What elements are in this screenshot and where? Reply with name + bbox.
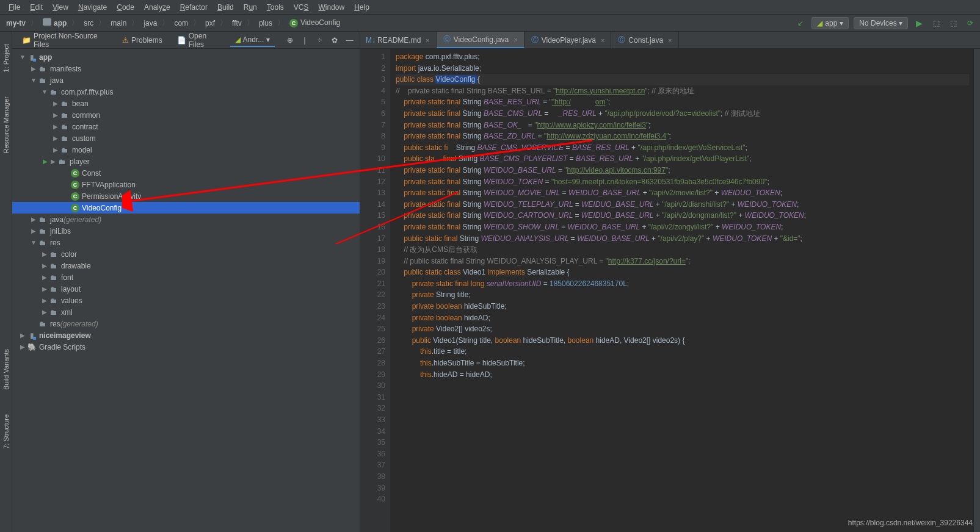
tool-window-project[interactable]: 1: Project xyxy=(2,44,10,72)
menu-file[interactable]: File xyxy=(4,2,25,13)
hide-icon[interactable]: — xyxy=(344,35,355,46)
package-icon: 🖿 xyxy=(57,157,67,167)
tab-non-source-files[interactable]: 📁Project Non-Source Files xyxy=(17,30,112,51)
editor-tab-readme[interactable]: M↓README.md× xyxy=(360,32,437,48)
folder-icon: 🖿 xyxy=(38,238,48,248)
java-class-icon: Ⓒ xyxy=(443,35,451,44)
collapse-all-icon[interactable]: ÷ xyxy=(314,35,325,46)
tab-android[interactable]: ◢Andr... ▾ xyxy=(230,34,275,47)
tree-layout[interactable]: ▶🖿layout xyxy=(12,283,360,295)
tree-bean[interactable]: ▶🖿bean xyxy=(12,98,360,109)
menu-vcs[interactable]: VCS xyxy=(289,2,314,13)
breadcrumb-fftv[interactable]: fftv xyxy=(230,18,244,29)
tree-model[interactable]: ▶🖿model xyxy=(12,144,360,156)
project-panel-header: 📁Project Non-Source Files ⚠Problems 📄Ope… xyxy=(12,32,360,49)
debug-button[interactable]: ⬚ xyxy=(930,17,942,29)
close-icon[interactable]: × xyxy=(514,36,517,43)
menu-run[interactable]: Run xyxy=(239,2,262,13)
breadcrumb-main[interactable]: main xyxy=(108,18,129,29)
gradle-icon: 🐘 xyxy=(27,342,37,352)
tree-manifests[interactable]: ▶🖿manifests xyxy=(12,63,360,74)
menu-help[interactable]: Help xyxy=(349,2,374,13)
file-icon: 📄 xyxy=(177,36,186,45)
device-selector[interactable]: No Devices ▾ xyxy=(854,17,908,29)
package-icon: 🖿 xyxy=(60,122,70,132)
tree-player[interactable]: ▶▶🖿player xyxy=(12,156,360,167)
tree-java[interactable]: ▼🖿java xyxy=(12,74,360,86)
tab-open-files[interactable]: 📄Open Files xyxy=(172,30,225,51)
editor-body[interactable]: 1234567891011121314151617181920212223242… xyxy=(360,49,980,532)
profile-button[interactable]: ⬚ xyxy=(947,17,959,29)
class-icon: C xyxy=(71,192,79,201)
tree-res-generated[interactable]: 🖿res (generated) xyxy=(12,318,360,329)
editor-tabs: M↓README.md× ⒸVideoConfig.java× ⒸVideoPl… xyxy=(360,32,980,49)
editor-area: M↓README.md× ⒸVideoConfig.java× ⒸVideoPl… xyxy=(360,32,980,532)
package-icon: 🖿 xyxy=(49,284,59,294)
tree-drawable[interactable]: ▶🖿drawable xyxy=(12,260,360,271)
tree-color[interactable]: ▶🖿color xyxy=(12,248,360,260)
editor-scrollbar[interactable] xyxy=(974,49,980,532)
menu-analyze[interactable]: Analyze xyxy=(139,2,175,13)
android-icon: ◢ xyxy=(817,19,822,27)
run-button[interactable]: ▶ xyxy=(913,17,925,29)
tree-common[interactable]: ▶🖿common xyxy=(12,109,360,121)
code-content[interactable]: package com.pxf.fftv.plus;import java.io… xyxy=(391,49,974,532)
tree-package[interactable]: ▼🖿com.pxf.fftv.plus xyxy=(12,86,360,98)
tree-videoconfig[interactable]: CVideoConfig xyxy=(12,202,360,214)
tab-problems[interactable]: ⚠Problems xyxy=(117,34,167,46)
tree-custom[interactable]: ▶🖿custom xyxy=(12,132,360,144)
class-icon: C xyxy=(71,169,79,178)
close-icon[interactable]: × xyxy=(668,37,672,44)
watermark: https://blog.csdn.net/weixin_39226344 xyxy=(848,519,973,527)
folder-icon: 🖿 xyxy=(38,76,48,85)
tree-gradle-scripts[interactable]: ▶🐘Gradle Scripts xyxy=(12,341,360,353)
menu-code[interactable]: Code xyxy=(112,2,139,13)
tree-res[interactable]: ▼🖿res xyxy=(12,237,360,248)
package-icon: 🖿 xyxy=(49,87,59,97)
close-icon[interactable]: × xyxy=(426,37,429,44)
breadcrumb-java[interactable]: java xyxy=(141,18,159,29)
tool-window-build-variants[interactable]: Build Variants xyxy=(2,349,10,390)
breadcrumb-plus[interactable]: plus xyxy=(256,18,275,29)
package-icon: 🖿 xyxy=(49,261,59,271)
menu-navigate[interactable]: Navigate xyxy=(73,2,112,13)
breadcrumb: my-tv〉 app〉 src〉 main〉 java〉 com〉 pxf〉 f… xyxy=(4,17,343,29)
breadcrumb-pxf[interactable]: pxf xyxy=(203,18,217,29)
tree-niceimageview[interactable]: ▶▮niceimageview xyxy=(12,329,360,341)
menu-edit[interactable]: Edit xyxy=(25,2,48,13)
editor-tab-videoconfig[interactable]: ⒸVideoConfig.java× xyxy=(437,32,524,48)
tool-window-structure[interactable]: 7: Structure xyxy=(2,414,10,449)
tree-permissionactivity[interactable]: CPermissionActivity xyxy=(12,190,360,202)
tree-font[interactable]: ▶🖿font xyxy=(12,271,360,283)
tree-jnilibs[interactable]: ▶🖿jniLibs xyxy=(12,225,360,237)
gradle-sync-icon[interactable]: ⟳ xyxy=(964,17,976,29)
menu-view[interactable]: View xyxy=(48,2,73,13)
tree-xml[interactable]: ▶🖿xml xyxy=(12,306,360,318)
menu-window[interactable]: Window xyxy=(313,2,349,13)
menu-refactor[interactable]: Refactor xyxy=(175,2,212,13)
editor-tab-videoplayer[interactable]: ⒸVideoPlayer.java× xyxy=(524,32,612,48)
tool-window-resource-manager[interactable]: Resource Manager xyxy=(2,96,10,154)
folder-icon: 🖿 xyxy=(38,319,48,329)
run-configuration-selector[interactable]: ◢app ▾ xyxy=(811,17,849,29)
breadcrumb-com[interactable]: com xyxy=(172,18,191,29)
tree-contract[interactable]: ▶🖿contract xyxy=(12,121,360,132)
tree-java-generated[interactable]: ▶🖿java (generated) xyxy=(12,214,360,225)
breadcrumb-class[interactable]: CVideoConfig xyxy=(287,17,343,29)
menu-tools[interactable]: Tools xyxy=(262,2,289,13)
sync-icon[interactable]: ↙ xyxy=(794,17,807,29)
editor-tab-const[interactable]: ⒸConst.java× xyxy=(611,32,678,48)
select-opened-file-icon[interactable]: ⊕ xyxy=(285,35,295,46)
project-tree[interactable]: ▼▮app ▶🖿manifests ▼🖿java ▼🖿com.pxf.fftv.… xyxy=(12,49,360,532)
tree-values[interactable]: ▶🖿values xyxy=(12,295,360,306)
settings-icon[interactable]: ✿ xyxy=(330,35,340,46)
breadcrumb-src[interactable]: src xyxy=(81,18,96,29)
breadcrumb-app[interactable]: app xyxy=(40,17,69,29)
module-icon: ▮ xyxy=(27,52,37,62)
close-icon[interactable]: × xyxy=(601,37,604,44)
tree-fftvapplication[interactable]: CFFTVApplication xyxy=(12,179,360,190)
tree-const[interactable]: CConst xyxy=(12,167,360,179)
breadcrumb-root[interactable]: my-tv xyxy=(4,18,28,29)
tree-app[interactable]: ▼▮app xyxy=(12,51,360,63)
menu-build[interactable]: Build xyxy=(212,2,239,13)
